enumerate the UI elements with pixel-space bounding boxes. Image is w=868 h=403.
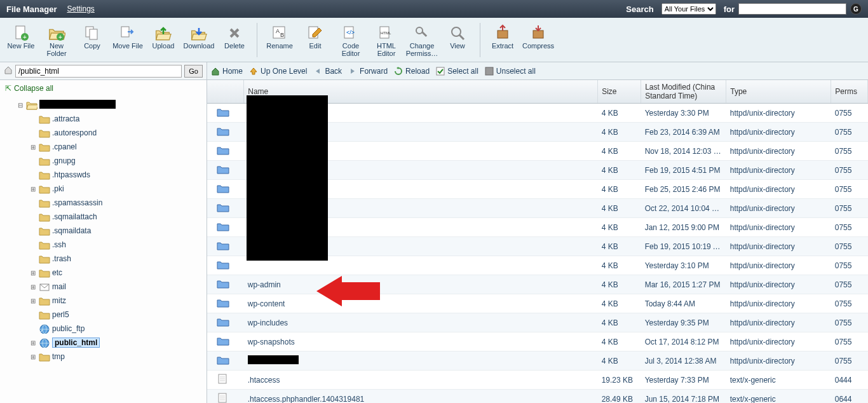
nav-reload[interactable]: Reload [394,67,430,76]
tree-item-.pki[interactable]: ⊞.pki [8,182,204,196]
tree-toggle[interactable]: ⊞ [29,144,37,151]
copy-button[interactable]: Copy [75,22,109,52]
tree-item-mitz[interactable]: ⊞mitz [8,294,204,308]
tree-item-tree-root[interactable]: ⊟ [8,98,204,112]
tree-item-mail[interactable]: ⊞mail [8,280,204,294]
row-modified-cell: Oct 17, 2014 8:12 PM [641,332,726,352]
row-type-cell: httpd/unix-directory [726,142,831,161]
table-row[interactable]: wp-admin4 KBMar 16, 2015 1:27 PMhttpd/un… [207,275,868,294]
col-header-perms[interactable]: Perms [831,80,868,104]
path-go-button[interactable]: Go [184,65,203,78]
table-row[interactable]: wp-snapshots4 KBOct 17, 2014 8:12 PMhttp… [207,332,868,352]
collapse-all-button[interactable]: ⇱ Collapse all [0,80,207,97]
change-perms-button[interactable]: Change Permiss… [405,22,439,60]
col-header-type[interactable]: Type [726,80,831,104]
table-row[interactable]: 4 KBJan 12, 2015 9:00 PMhttpd/unix-direc… [207,218,868,237]
tree-toggle[interactable]: ⊞ [29,186,37,193]
table-row[interactable]: 4 KBYesterday 3:30 PMhttpd/unix-director… [207,104,868,123]
nav-select-all[interactable]: Select all [436,67,478,76]
settings-link[interactable]: Settings [67,4,94,13]
col-header-size[interactable]: Size [598,80,641,104]
edit-button[interactable]: Edit [298,22,332,52]
table-row[interactable]: 4 KBYesterday 3:10 PMhttpd/unix-director… [207,256,868,275]
table-row[interactable]: wp-content4 KBToday 8:44 AMhttpd/unix-di… [207,294,868,313]
new-file-button[interactable]: +New File [4,22,38,52]
tree-item-perl5[interactable]: perl5 [8,308,204,322]
tree-toggle[interactable]: ⊞ [29,297,37,304]
row-perms-cell: 0755 [831,104,868,123]
table-row[interactable]: .htaccess.phphandler.140431948128.49 KBJ… [207,390,868,404]
row-size-cell: 4 KB [598,218,641,237]
tree-item-.trash[interactable]: .trash [8,252,204,266]
tree-item-.htpasswds[interactable]: .htpasswds [8,168,204,182]
delete-button[interactable]: Delete [217,22,252,52]
nav-back[interactable]: Back [313,67,342,76]
extract-button[interactable]: Extract [485,22,520,52]
tree-toggle[interactable]: ⊞ [29,270,37,277]
upload-button[interactable]: Upload [146,22,180,52]
search-go-button[interactable]: G [850,3,862,15]
search-scope-select[interactable]: All Your Files [661,3,716,15]
row-modified-cell: Jan 12, 2015 9:00 PM [641,218,726,237]
row-size-cell: 4 KB [598,313,641,332]
search-input[interactable] [738,3,846,15]
table-row[interactable]: 4 KBFeb 19, 2015 10:19 AMhttpd/unix-dire… [207,237,868,256]
col-header-modified[interactable]: Last Modified (China Standard Time) [641,80,726,104]
nav-reload-label: Reload [405,67,430,76]
tree-item-.gnupg[interactable]: .gnupg [8,154,204,168]
tree-toggle[interactable]: ⊞ [29,283,37,290]
tree-item-etc[interactable]: ⊞etc [8,266,204,280]
table-row[interactable]: 4 KBFeb 23, 2014 6:39 AMhttpd/unix-direc… [207,123,868,142]
table-row[interactable]: 4 KBJul 3, 2014 12:38 AMhttpd/unix-direc… [207,352,868,371]
nav-forward[interactable]: Forward [348,67,388,76]
tree-toggle[interactable]: ⊟ [17,102,24,109]
tree-item-.autorespond[interactable]: .autorespond [8,126,204,140]
file-table-wrap[interactable]: Name Size Last Modified (China Standard … [207,80,868,403]
tree-item-label: mail [52,282,66,291]
table-row[interactable]: 4 KBOct 22, 2014 10:04 PMhttpd/unix-dire… [207,199,868,218]
upload-icon [154,24,172,42]
compress-button[interactable]: Compress [521,22,555,52]
tree-item-.sqmailattach[interactable]: .sqmailattach [8,210,204,224]
tree-item-.ssh[interactable]: .ssh [8,238,204,252]
nav-unselect-all[interactable]: Unselect all [485,67,536,76]
table-row[interactable]: 4 KBFeb 25, 2015 2:46 PMhttpd/unix-direc… [207,180,868,199]
table-row[interactable]: wp-includes4 KBYesterday 9:35 PMhttpd/un… [207,313,868,332]
table-row[interactable]: .htaccess19.23 KBYesterday 7:33 PMtext/x… [207,371,868,390]
row-icon-cell [207,237,244,256]
download-icon [190,24,208,42]
path-input[interactable] [15,65,182,78]
view-button[interactable]: View [440,22,475,52]
move-file-button[interactable]: Move File [111,22,145,52]
row-name-cell [244,161,598,180]
tree-item-public_html[interactable]: ⊞public_html [8,336,204,350]
row-size-cell: 28.49 KB [598,390,641,404]
row-modified-cell: Feb 23, 2014 6:39 AM [641,123,726,142]
nav-up[interactable]: Up One Level [249,67,307,76]
table-row[interactable]: 4 KBFeb 19, 2015 4:51 PMhttpd/unix-direc… [207,161,868,180]
tree-item-.cpanel[interactable]: ⊞.cpanel [8,140,204,154]
table-row[interactable]: 4 KBNov 18, 2014 12:03 PMhttpd/unix-dire… [207,142,868,161]
collapse-all-label: Collapse all [14,84,53,93]
tree-toggle[interactable]: ⊞ [29,339,37,346]
nav-home[interactable]: Home [211,67,243,76]
folder-icon [39,296,50,306]
row-modified-cell: Nov 18, 2014 12:03 PM [641,142,726,161]
new-folder-button[interactable]: +New Folder [39,22,74,60]
row-modified-cell: Yesterday 3:30 PM [641,104,726,123]
tree-item-.sqmaildata[interactable]: .sqmaildata [8,224,204,238]
col-header-icon[interactable] [207,80,244,104]
download-button[interactable]: Download [182,22,216,52]
tree-item-.spamassassin[interactable]: .spamassassin [8,196,204,210]
tree-item-.attracta[interactable]: .attracta [8,112,204,126]
globe-link-icon [39,324,50,334]
html-editor-button[interactable]: HTMLHTML Editor [369,22,403,60]
row-modified-cell: Yesterday 7:33 PM [641,371,726,390]
col-header-name[interactable]: Name [244,80,598,104]
tree-item-tmp[interactable]: ⊞tmp [8,350,204,364]
code-editor-button[interactable]: </>Code Editor [334,22,368,60]
folder-icon [39,352,50,362]
rename-button[interactable]: ABRename [262,22,297,52]
tree-item-public_ftp[interactable]: public_ftp [8,322,204,336]
tree-toggle[interactable]: ⊞ [29,353,37,360]
